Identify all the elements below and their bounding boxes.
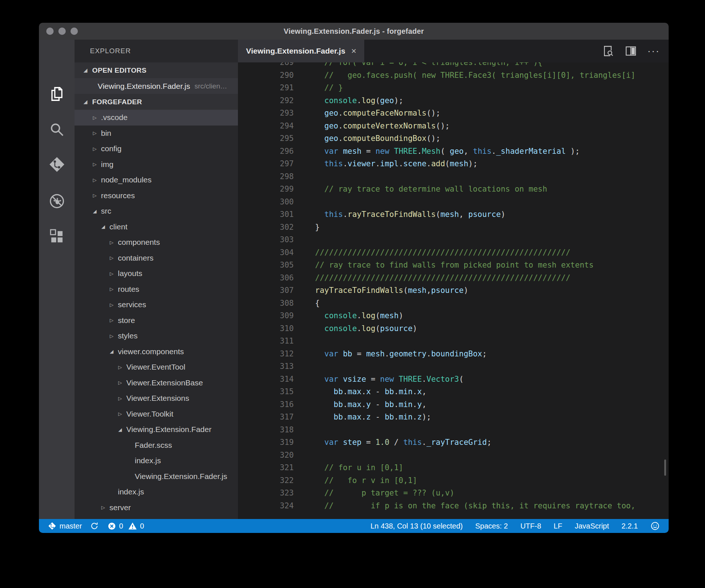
code-line[interactable]: 306/////////////////////////////////////… xyxy=(238,272,669,284)
tree-item-img[interactable]: ▷img xyxy=(75,157,238,173)
tree-item-components[interactable]: ▷components xyxy=(75,235,238,250)
chevron-collapsed-icon[interactable]: ▷ xyxy=(92,146,98,152)
chevron-collapsed-icon[interactable]: ▷ xyxy=(109,271,115,276)
tree-item-viewing-extension-fader[interactable]: ◢Viewing.Extension.Fader xyxy=(75,422,238,438)
debug-icon[interactable] xyxy=(48,192,66,210)
status-language-mode[interactable]: JavaScript xyxy=(575,522,609,530)
open-editors-header[interactable]: ◢ OPEN EDITORS xyxy=(75,62,238,78)
code-line[interactable]: 298 xyxy=(238,170,669,183)
chevron-collapsed-icon[interactable]: ▷ xyxy=(92,130,98,136)
code-line[interactable]: 292 console.log(geo); xyxy=(238,94,669,107)
code-line[interactable]: 310 console.log(psource) xyxy=(238,322,669,335)
status-version[interactable]: 2.2.1 xyxy=(622,522,638,530)
code-line[interactable]: 300 xyxy=(238,196,669,208)
code-line[interactable]: 308{ xyxy=(238,297,669,310)
tab-viewing-extension-fader[interactable]: Viewing.Extension.Fader.js × xyxy=(238,40,364,62)
chevron-collapsed-icon[interactable]: ▷ xyxy=(92,177,98,183)
code-line[interactable]: 311 xyxy=(238,335,669,348)
tree-item-styles[interactable]: ▷styles xyxy=(75,328,238,344)
chevron-collapsed-icon[interactable]: ▷ xyxy=(109,302,115,308)
chevron-expanded-icon[interactable]: ◢ xyxy=(92,208,98,214)
status-encoding[interactable]: UTF-8 xyxy=(520,522,541,530)
code-line[interactable]: 291 // } xyxy=(238,81,669,94)
code-line[interactable]: 321 // for u in [0,1] xyxy=(238,461,669,474)
code-line[interactable]: 318 xyxy=(238,424,669,436)
tree-item-config[interactable]: ▷config xyxy=(75,141,238,157)
code-line[interactable]: 293 geo.computeFaceNormals(); xyxy=(238,107,669,120)
chevron-collapsed-icon[interactable]: ▷ xyxy=(92,193,98,198)
open-preview-icon[interactable] xyxy=(602,45,614,57)
tree-item-containers[interactable]: ▷containers xyxy=(75,250,238,266)
chevron-collapsed-icon[interactable]: ▷ xyxy=(109,286,115,292)
code-line[interactable]: 303 xyxy=(238,233,669,246)
code-line[interactable]: 323 // p target = ??? (u,v) xyxy=(238,487,669,500)
code-line[interactable]: 301 this.rayTraceToFindWalls(mesh, psour… xyxy=(238,208,669,221)
search-icon[interactable] xyxy=(48,121,66,138)
tree-item-viewer-components[interactable]: ◢viewer.components xyxy=(75,344,238,360)
tree-item-client[interactable]: ◢client xyxy=(75,219,238,235)
status-cursor-position[interactable]: Ln 438, Col 13 (10 selected) xyxy=(370,522,463,530)
code-line[interactable]: 322 // fo r v in [0,1] xyxy=(238,474,669,487)
tree-item-viewer-eventtool[interactable]: ▷Viewer.EventTool xyxy=(75,359,238,375)
tree-item-store[interactable]: ▷store xyxy=(75,313,238,329)
split-editor-icon[interactable] xyxy=(625,45,637,57)
chevron-collapsed-icon[interactable]: ▷ xyxy=(109,240,115,245)
git-branch-indicator[interactable]: master xyxy=(48,522,82,530)
code-line[interactable]: 295 geo.computeBoundingBox(); xyxy=(238,132,669,145)
extensions-icon[interactable] xyxy=(48,228,66,246)
code-line[interactable]: 299 // ray trace to determine wall locat… xyxy=(238,183,669,196)
code-line[interactable]: 305// ray trace to find walls from picke… xyxy=(238,259,669,272)
tree-item-layouts[interactable]: ▷layouts xyxy=(75,266,238,282)
feedback-smiley-icon[interactable] xyxy=(650,521,660,531)
tree-item-fader-scss[interactable]: Fader.scss xyxy=(75,438,238,453)
tree-item-src[interactable]: ◢src xyxy=(75,203,238,219)
code-line[interactable]: 312 var bb = mesh.geometry.boundingBox; xyxy=(238,348,669,360)
chevron-expanded-icon[interactable]: ◢ xyxy=(100,224,106,229)
code-line[interactable]: 313 xyxy=(238,360,669,373)
code-line[interactable]: 296 var mesh = new THREE.Mesh( geo, this… xyxy=(238,145,669,158)
chevron-collapsed-icon[interactable]: ▷ xyxy=(117,364,123,370)
status-eol[interactable]: LF xyxy=(554,522,562,530)
tree-item-index-js[interactable]: index.js xyxy=(75,484,238,500)
code-line[interactable]: 324 // if p is on the face (skip this, i… xyxy=(238,500,669,512)
project-root-header[interactable]: ◢ FORGEFADER xyxy=(75,94,238,110)
code-line[interactable]: 315 bb.max.x - bb.min.x, xyxy=(238,385,669,398)
code-line[interactable]: 297 this.viewer.impl.scene.add(mesh); xyxy=(238,157,669,170)
more-actions-icon[interactable]: ··· xyxy=(647,45,660,57)
code-line[interactable]: 289 // for( var i = 0; i < triangles.len… xyxy=(238,62,669,69)
tree-item-viewing-extension-fader-js[interactable]: Viewing.Extension.Fader.js xyxy=(75,469,238,484)
code-line[interactable]: 316 bb.max.y - bb.min.y, xyxy=(238,398,669,411)
minimize-window-button[interactable] xyxy=(58,28,66,35)
tree-item-viewer-extensions[interactable]: ▷Viewer.Extensions xyxy=(75,391,238,406)
chevron-collapsed-icon[interactable]: ▷ xyxy=(100,505,106,510)
code-line[interactable]: 304/////////////////////////////////////… xyxy=(238,246,669,259)
tree-item-server[interactable]: ▷server xyxy=(75,500,238,516)
code-line[interactable]: 302} xyxy=(238,221,669,234)
tree-item--vscode[interactable]: ▷.vscode xyxy=(75,110,238,126)
code-line[interactable]: 309 console.log(mesh) xyxy=(238,309,669,322)
tree-item-services[interactable]: ▷services xyxy=(75,297,238,313)
tree-item-resources[interactable]: ▷resources xyxy=(75,188,238,204)
chevron-collapsed-icon[interactable]: ▷ xyxy=(117,411,123,417)
scrollbar-thumb[interactable] xyxy=(664,460,666,476)
close-tab-icon[interactable]: × xyxy=(351,46,356,56)
code-line[interactable]: 290 // geo.faces.push( new THREE.Face3( … xyxy=(238,69,669,82)
code-line[interactable]: 317 bb.max.z - bb.min.z); xyxy=(238,411,669,424)
chevron-collapsed-icon[interactable]: ▷ xyxy=(109,317,115,323)
close-window-button[interactable] xyxy=(46,28,54,35)
chevron-expanded-icon[interactable]: ◢ xyxy=(109,349,115,354)
chevron-collapsed-icon[interactable]: ▷ xyxy=(117,380,123,385)
chevron-collapsed-icon[interactable]: ▷ xyxy=(92,115,98,120)
tree-item-node-modules[interactable]: ▷node_modules xyxy=(75,172,238,188)
code-line[interactable]: 294 geo.computeVertexNormals(); xyxy=(238,120,669,133)
sync-icon[interactable] xyxy=(90,522,99,530)
tree-item-index-js[interactable]: index.js xyxy=(75,453,238,469)
chevron-collapsed-icon[interactable]: ▷ xyxy=(117,396,123,401)
code-line[interactable]: 320 xyxy=(238,449,669,462)
tree-item-routes[interactable]: ▷routes xyxy=(75,282,238,297)
chevron-collapsed-icon[interactable]: ▷ xyxy=(92,161,98,167)
open-editor-item[interactable]: Viewing.Extension.Fader.js src/clien… xyxy=(75,78,238,94)
tree-item-viewer-extensionbase[interactable]: ▷Viewer.ExtensionBase xyxy=(75,375,238,391)
zoom-window-button[interactable] xyxy=(70,28,78,35)
chevron-collapsed-icon[interactable]: ▷ xyxy=(109,333,115,339)
